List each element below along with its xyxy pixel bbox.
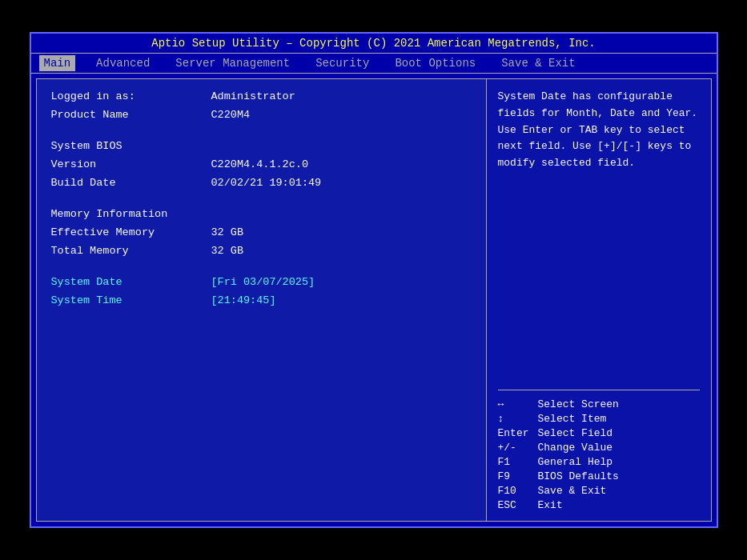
menu-item-advanced[interactable]: Advanced (91, 55, 155, 71)
menu-item-boot-options[interactable]: Boot Options (390, 55, 480, 71)
effective-memory-value: 32 GB (211, 226, 244, 238)
key-desc-select-item: Select Item (538, 413, 607, 425)
menu-item-security[interactable]: Security (311, 55, 374, 71)
logged-in-row: Logged in as: Administrator (51, 90, 472, 102)
key-desc-select-field: Select Field (538, 427, 613, 439)
key-row-f10: F10 Save & Exit (498, 485, 700, 497)
version-value: C220M4.4.1.2c.0 (211, 158, 309, 170)
key-code-plus-minus: +/- (498, 442, 538, 454)
key-row-enter: Enter Select Field (498, 427, 700, 439)
key-desc-change-value: Change Value (538, 442, 613, 454)
key-desc-exit: Exit (538, 499, 563, 511)
divider (498, 390, 700, 390)
menu-bar: Main Advanced Server Management Security… (31, 54, 717, 74)
key-help: ↔ Select Screen ↕ Select Item Enter Sele… (498, 398, 700, 511)
logged-in-value: Administrator (211, 90, 295, 102)
key-row-esc: ESC Exit (498, 499, 700, 511)
key-code-f1: F1 (498, 456, 538, 468)
logged-in-label: Logged in as: (51, 90, 211, 102)
product-name-row: Product Name C220M4 (51, 109, 472, 121)
key-row-select-item: ↕ Select Item (498, 413, 700, 425)
key-code-f10: F10 (498, 485, 538, 497)
key-code-arrows-ud: ↕ (498, 413, 538, 425)
menu-item-save-exit[interactable]: Save & Exit (496, 55, 580, 71)
system-date-label: System Date (51, 276, 211, 288)
system-time-row[interactable]: System Time [21:49:45] (51, 294, 472, 306)
main-panel: Logged in as: Administrator Product Name… (37, 79, 487, 521)
system-date-row[interactable]: System Date [Fri 03/07/2025] (51, 276, 472, 288)
menu-item-main[interactable]: Main (39, 55, 76, 71)
bios-screen: Aptio Setup Utility – Copyright (C) 2021… (30, 32, 718, 528)
key-code-arrows-lr: ↔ (498, 398, 538, 410)
key-row-f1: F1 General Help (498, 456, 700, 468)
key-desc-bios-defaults: BIOS Defaults (538, 470, 619, 482)
total-memory-value: 32 GB (211, 245, 244, 257)
menu-item-server-management[interactable]: Server Management (171, 55, 295, 71)
memory-info-row: Memory Information (51, 208, 472, 220)
system-bios-label: System BIOS (51, 140, 211, 152)
build-date-value: 02/02/21 19:01:49 (211, 177, 322, 189)
key-row-f9: F9 BIOS Defaults (498, 470, 700, 482)
memory-info-label: Memory Information (51, 208, 211, 220)
product-name-value: C220M4 (211, 109, 251, 121)
system-time-value[interactable]: [21:49:45] (211, 294, 276, 306)
product-name-label: Product Name (51, 109, 211, 121)
key-code-f9: F9 (498, 470, 538, 482)
key-desc-save-exit: Save & Exit (538, 485, 607, 497)
key-desc-general-help: General Help (538, 456, 613, 468)
system-bios-row: System BIOS (51, 140, 472, 152)
key-desc-select-screen: Select Screen (538, 398, 619, 410)
build-date-row: Build Date 02/02/21 19:01:49 (51, 177, 472, 189)
key-code-enter: Enter (498, 427, 538, 439)
help-text: System Date has configurable fields for … (498, 89, 700, 382)
key-row-select-screen: ↔ Select Screen (498, 398, 700, 410)
key-row-plus-minus: +/- Change Value (498, 442, 700, 454)
title-bar: Aptio Setup Utility – Copyright (C) 2021… (31, 34, 717, 54)
version-row: Version C220M4.4.1.2c.0 (51, 158, 472, 170)
system-date-value[interactable]: [Fri 03/07/2025] (211, 276, 315, 288)
build-date-label: Build Date (51, 177, 211, 189)
effective-memory-label: Effective Memory (51, 226, 211, 238)
total-memory-row: Total Memory 32 GB (51, 245, 472, 257)
system-time-label: System Time (51, 294, 211, 306)
key-code-esc: ESC (498, 499, 538, 511)
title-text: Aptio Setup Utility – Copyright (C) 2021… (151, 37, 596, 50)
total-memory-label: Total Memory (51, 245, 211, 257)
content-area: Logged in as: Administrator Product Name… (36, 78, 712, 522)
effective-memory-row: Effective Memory 32 GB (51, 226, 472, 238)
version-label: Version (51, 158, 211, 170)
right-panel: System Date has configurable fields for … (487, 79, 711, 521)
